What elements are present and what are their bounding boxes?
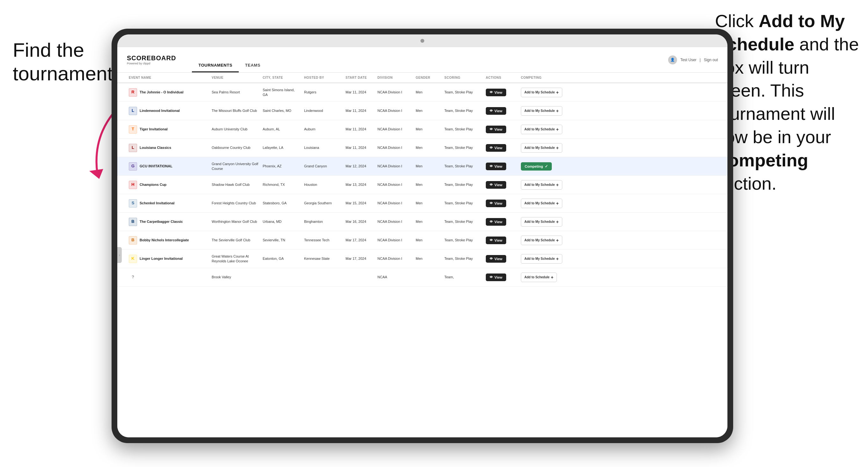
table-container: EVENT NAME VENUE CITY, STATE HOSTED BY S… (117, 73, 727, 437)
event-name-text: Schenkel Invitational (140, 201, 174, 205)
actions-cell: 👁 View (484, 160, 519, 173)
team-logo: T (129, 125, 137, 133)
division-cell: NCAA Division I (375, 235, 414, 245)
view-button[interactable]: 👁 View (486, 107, 506, 115)
event-name-text: Linger Longer Invitational (140, 256, 183, 261)
competing-cell: Competing ✓ (519, 160, 573, 173)
division-cell: NCAA (375, 272, 414, 282)
city-state-cell: Urbana, MD (261, 217, 302, 226)
event-name-text: Champions Cup (140, 182, 166, 187)
add-to-schedule-button[interactable]: Add to My Schedule + (521, 106, 562, 116)
hosted-by-cell: Tennessee Tech (302, 235, 344, 245)
city-state-cell: Sevierville, TN (261, 235, 302, 245)
venue-cell: Grand Canyon University Golf Course (210, 159, 261, 174)
eye-icon: 👁 (490, 146, 493, 150)
actions-cell: 👁 View (484, 86, 519, 99)
sign-out-link[interactable]: Sign out (704, 58, 718, 62)
scoring-cell: Team, Stroke Play (442, 143, 484, 152)
table-row: L Lindenwood Invitational The Missouri B… (117, 102, 727, 120)
view-button[interactable]: 👁 View (486, 89, 506, 96)
actions-cell: 👁 View (484, 271, 519, 284)
scoring-cell: Team, Stroke Play (442, 87, 484, 97)
city-state-cell: Saint Simons Island, GA (261, 85, 302, 99)
view-button[interactable]: 👁 View (486, 237, 506, 244)
start-date-cell: Mar 15, 2024 (344, 198, 375, 208)
start-date-cell: Mar 11, 2024 (344, 143, 375, 152)
logo-area: SCOREBOARD Powered by clippd (127, 55, 176, 65)
svg-marker-0 (89, 169, 103, 179)
add-to-schedule-button[interactable]: Add to My Schedule + (521, 88, 562, 97)
add-to-schedule-button[interactable]: Add to Schedule + (521, 273, 557, 282)
view-button[interactable]: 👁 View (486, 218, 506, 226)
view-button[interactable]: 👁 View (486, 144, 506, 152)
competing-cell: Add to My Schedule + (519, 215, 573, 229)
division-cell: NCAA Division I (375, 217, 414, 226)
add-to-schedule-button[interactable]: Add to My Schedule + (521, 236, 562, 245)
event-name-cell: S Schenkel Invitational (127, 197, 210, 210)
add-to-schedule-button[interactable]: Add to My Schedule + (521, 143, 562, 153)
th-venue: VENUE (210, 73, 261, 83)
team-logo: L (129, 107, 137, 115)
tablet-top-bar (117, 34, 727, 47)
view-button[interactable]: 👁 View (486, 162, 506, 170)
start-date-cell: Mar 12, 2024 (344, 161, 375, 171)
table-row: H Champions Cup Shadow Hawk Golf ClubRic… (117, 176, 727, 194)
add-to-schedule-button[interactable]: Add to My Schedule + (521, 198, 562, 208)
view-button[interactable]: 👁 View (486, 255, 506, 263)
division-cell: NCAA Division I (375, 143, 414, 152)
tab-tournaments[interactable]: TOURNAMENTS (192, 59, 239, 72)
hosted-by-cell (302, 275, 344, 280)
city-state-cell: Phoenix, AZ (261, 161, 302, 171)
scoring-cell: Team, Stroke Play (442, 198, 484, 208)
tab-teams[interactable]: TEAMS (239, 59, 267, 72)
table-header: EVENT NAME VENUE CITY, STATE HOSTED BY S… (117, 73, 727, 83)
event-name-text: The Carpetbagger Classic (140, 219, 183, 224)
venue-cell: Forest Heights Country Club (210, 198, 261, 208)
scoring-cell: Team, Stroke Play (442, 217, 484, 226)
scoring-cell: Team, Stroke Play (442, 180, 484, 189)
start-date-cell: Mar 13, 2024 (344, 180, 375, 189)
actions-cell: 👁 View (484, 123, 519, 136)
event-name-cell: B Bobby Nichols Intercollegiate (127, 234, 210, 247)
hosted-by-cell: Lindenwood (302, 106, 344, 115)
gender-cell: Men (414, 198, 442, 208)
hosted-by-cell: Grand Canyon (302, 161, 344, 171)
view-button[interactable]: 👁 View (486, 199, 506, 207)
start-date-cell (344, 275, 375, 280)
city-state-cell: Richmond, TX (261, 180, 302, 189)
add-to-schedule-button[interactable]: Add to My Schedule + (521, 217, 562, 227)
sidebar-tab[interactable]: › (117, 247, 122, 263)
hosted-by-cell: Georgia Southern (302, 198, 344, 208)
plus-icon: + (556, 201, 559, 206)
add-to-schedule-button[interactable]: Add to My Schedule + (521, 125, 562, 134)
city-state-cell: Lafayette, LA (261, 143, 302, 152)
eye-icon: 👁 (490, 127, 493, 131)
add-to-schedule-button[interactable]: Add to My Schedule + (521, 180, 562, 190)
venue-cell: Oakbourne Country Club (210, 143, 261, 152)
event-name-cell: H Champions Cup (127, 178, 210, 192)
eye-icon: 👁 (490, 91, 493, 94)
hosted-by-cell: Binghamton (302, 217, 344, 226)
actions-cell: 👁 View (484, 234, 519, 247)
event-name-cell: ? (127, 271, 210, 284)
view-button[interactable]: 👁 View (486, 181, 506, 189)
actions-cell: 👁 View (484, 142, 519, 154)
left-annotation: Find the tournament. (13, 38, 102, 86)
view-button[interactable]: 👁 View (486, 274, 506, 281)
team-logo: R (129, 88, 137, 97)
competing-button[interactable]: Competing ✓ (521, 162, 552, 170)
start-date-cell: Mar 17, 2024 (344, 254, 375, 263)
add-to-schedule-button[interactable]: Add to My Schedule + (521, 254, 562, 263)
start-date-cell: Mar 11, 2024 (344, 106, 375, 115)
gender-cell: Men (414, 254, 442, 263)
add-schedule-label: Add to Schedule (524, 275, 550, 279)
event-name-cell: K Linger Longer Invitational (127, 252, 210, 266)
th-actions: ACTIONS (484, 73, 519, 83)
gender-cell: Men (414, 124, 442, 134)
table-row: L Louisiana Classics Oakbourne Country C… (117, 139, 727, 157)
th-start-date: START DATE (344, 73, 375, 83)
view-button[interactable]: 👁 View (486, 126, 506, 133)
venue-cell: The Sevierville Golf Club (210, 235, 261, 245)
event-name-text: Bobby Nichols Intercollegiate (140, 238, 189, 242)
competing-cell: Add to My Schedule + (519, 122, 573, 137)
